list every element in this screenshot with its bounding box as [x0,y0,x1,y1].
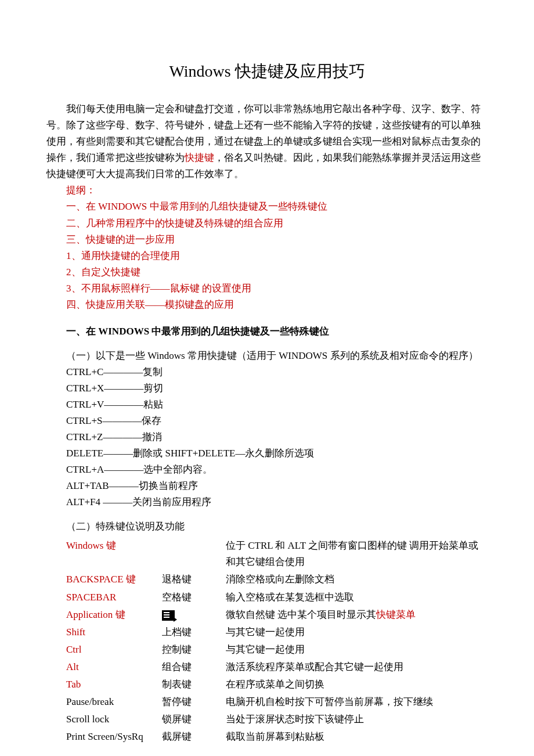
key-name: Alt [46,658,162,676]
outline-item-2: 二、几种常用程序中的快捷键及特殊键的组合应用 [46,215,488,232]
table-row: Pause/break暂停键电脑开机自检时按下可暂停当前屏幕，按下继续 [46,693,488,711]
table-row: Scroll lock锁屏键当处于滚屏状态时按下该键停止 [46,711,488,728]
table-row: Application 键微软自然键 选中某个项目时显示其快键菜单 [46,606,488,624]
key-cn-name [162,606,226,624]
key-name: Print Screen/SysRq [46,728,162,746]
key-name: Ctrl [46,641,162,658]
key-description: 在程序或菜单之间切换 [226,676,488,693]
application-key-icon [162,610,175,621]
key-description: 与其它键一起使用 [226,641,488,658]
key-cn-name: 截屏键 [162,728,226,746]
outline-item-3: 三、快捷键的进一步应用 [46,232,488,248]
key-description: 激活系统程序菜单或配合其它键一起使用 [226,658,488,676]
section-1-sub2: （二）特殊键位说明及功能 [46,519,488,535]
key-name: SPACEBAR [46,589,162,606]
key-name: Pause/break [46,693,162,711]
key-cn-name: 上档键 [162,624,226,641]
keyword: 快键菜单 [376,609,416,620]
shortcut-line: CTRL+X————剪切 [46,380,488,397]
key-cn-name: 空格键 [162,589,226,606]
key-cn-name: 组合键 [162,658,226,676]
key-name: Scroll lock [46,711,162,728]
shortcut-line: DELETE———删除或 SHIFT+DELETE—永久删除所选项 [46,445,488,462]
shortcut-line: CTRL+A————选中全部内容。 [46,462,488,478]
table-row: Ctrl控制键与其它键一起使用 [46,641,488,658]
key-name: Application 键 [46,606,162,624]
key-table: Windows 键位于 CTRL 和 ALT 之间带有窗口图样的键 调用开始菜单… [46,537,488,746]
table-row: SPACEBAR空格键输入空格或在某复选框中选取 [46,589,488,606]
shortcut-line: ALT+F4 ———关闭当前应用程序 [46,494,488,510]
key-cn-name: 控制键 [162,641,226,658]
table-row: BACKSPACE 键退格键消除空格或向左删除文档 [46,571,488,588]
key-description: 微软自然键 选中某个项目时显示其快键菜单 [226,606,488,624]
shortcut-line: CTRL+Z————撤消 [46,429,488,445]
shortcut-line: CTRL+S————保存 [46,413,488,429]
key-cn-name: 退格键 [162,571,226,588]
key-cn-name: 锁屏键 [162,711,226,728]
outline-block: 提纲： 一、在 WINDOWS 中最常用到的几组快捷键及一些特殊键位 二、几种常… [46,182,488,312]
intro-text-c: 我们通常把这些按键称为 [76,152,185,163]
outline-item-6: 3、不用鼠标照样行——鼠标键 的设置使用 [46,280,488,297]
section-1-heading: 一、在 WINDOWS 中最常用到的几组快捷键及一些特殊键位 [46,323,488,340]
key-description: 位于 CTRL 和 ALT 之间带有窗口图样的键 调用开始菜单或和其它键组合使用 [226,537,488,571]
table-row: Alt组合键激活系统程序菜单或配合其它键一起使用 [46,658,488,676]
key-description: 电脑开机自检时按下可暂停当前屏幕，按下继续 [226,693,488,711]
key-description: 消除空格或向左删除文档 [226,571,488,588]
key-name: Tab [46,676,162,693]
key-cn-name: 暂停键 [162,693,226,711]
outline-item-4: 1、通用快捷键的合理使用 [46,248,488,264]
key-name: Shift [46,624,162,641]
section-1-sub1: （一）以下是一些 Windows 常用快捷键（适用于 WINDOWS 系列的系统… [46,348,488,364]
outline-heading: 提纲： [46,182,488,199]
shortcut-line: CTRL+V————粘贴 [46,397,488,413]
key-cn-name [162,537,226,571]
shortcut-line: CTRL+C————复制 [46,364,488,380]
outline-item-7: 四、快捷应用关联——模拟键盘的应用 [46,297,488,313]
table-row: Tab制表键在程序或菜单之间切换 [46,676,488,693]
table-row: Shift上档键与其它键一起使用 [46,624,488,641]
table-row: Print Screen/SysRq截屏键截取当前屏幕到粘贴板 [46,728,488,746]
outline-item-1: 一、在 WINDOWS 中最常用到的几组快捷键及一些特殊键位 [46,199,488,215]
key-cn-name: 制表键 [162,676,226,693]
keyword-shortcut: 快捷键 [185,152,214,163]
page-title: Windows 快捷键及应用技巧 [46,58,488,85]
intro-paragraph: 我们每天使用电脑一定会和键盘打交道，你可以非常熟练地用它敲出各种字母、汉字、数字… [46,101,488,182]
table-row: Windows 键位于 CTRL 和 ALT 之间带有窗口图样的键 调用开始菜单… [46,537,488,571]
outline-item-5: 2、自定义快捷键 [46,264,488,280]
key-name: BACKSPACE 键 [46,571,162,588]
key-description: 截取当前屏幕到粘贴板 [226,728,488,746]
key-description: 当处于滚屏状态时按下该键停止 [226,711,488,728]
key-name: Windows 键 [46,537,162,571]
key-description: 与其它键一起使用 [226,624,488,641]
shortcut-line: ALT+TAB———切换当前程序 [46,478,488,494]
key-description: 输入空格或在某复选框中选取 [226,589,488,606]
